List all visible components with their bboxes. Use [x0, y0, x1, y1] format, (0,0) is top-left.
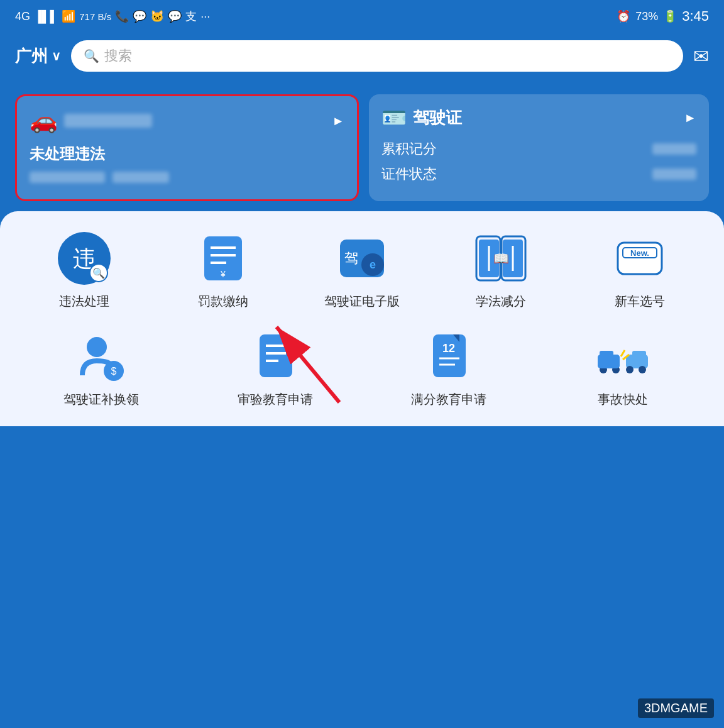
status-left: 4G ▐▌▌ 📶 717 B/s 📞 💬 🐱 💬 支 ···: [15, 9, 210, 24]
score-label: 累积记分: [381, 140, 437, 158]
accident-icon: [595, 328, 651, 385]
license-renew-label-text: 驾驶证补换领: [63, 391, 139, 407]
vehicle-plate-blurred: [64, 114, 152, 128]
svg-text:e: e: [370, 258, 376, 271]
violation-label: 未处理违法: [30, 144, 344, 164]
alarm-icon: ⏰: [617, 9, 630, 23]
svg-rect-32: [433, 334, 466, 377]
license-e-item[interactable]: 驾 e 驾驶证电子版: [295, 230, 428, 309]
search-bar[interactable]: 🔍 搜索: [71, 40, 683, 72]
svg-text:驾: 驾: [344, 250, 358, 266]
blurred-field-1: [30, 172, 105, 183]
license-arrow-icon: ►: [684, 111, 696, 125]
license-renew-icon: $: [73, 328, 129, 385]
blurred-field-2: [112, 172, 169, 183]
wechat-icon: 💬: [133, 9, 146, 23]
search-placeholder: 搜索: [104, 47, 132, 65]
license-card-header: 🪪 驾驶证 ►: [381, 106, 696, 130]
svg-text:¥: ¥: [220, 269, 226, 279]
license-e-label-text: 驾驶证电子版: [324, 293, 400, 309]
face-icon: 🐱: [150, 9, 164, 23]
new-plate-icon: New.: [612, 230, 668, 287]
watermark: 3DMGAME: [638, 698, 714, 718]
chevron-down-icon: ∨: [52, 48, 61, 63]
license-renew-item[interactable]: $ 驾驶证补换领: [18, 328, 185, 407]
full-score-edu-item[interactable]: 12 满分教育申请: [365, 328, 533, 407]
vehicle-icon-area: 🚗: [30, 108, 152, 134]
battery-icon: 🔋: [663, 9, 677, 23]
accident-item[interactable]: 事故快处: [539, 328, 707, 407]
svg-rect-28: [260, 334, 292, 377]
id-card-icon: 🪪: [381, 106, 407, 130]
exam-edu-label-text: 审验教育申请: [238, 391, 313, 407]
svg-text:New.: New.: [630, 248, 649, 258]
vehicle-info-blurred: [30, 172, 344, 183]
svg-text:📖: 📖: [493, 251, 509, 266]
license-title: 驾驶证: [413, 107, 462, 129]
new-plate-label-text: 新车选号: [615, 293, 665, 309]
vehicle-arrow-icon: ►: [332, 114, 344, 128]
info-cards-row: 🚗 ► 未处理违法 🪪 驾驶证 ► 累积记分 证件状态: [0, 84, 724, 211]
exam-edu-item[interactable]: 审验教育申请: [192, 328, 359, 407]
signal-bars: ▐▌▌: [34, 10, 58, 23]
fine-label-text: 罚款缴纳: [198, 293, 248, 309]
speed-text: 717 B/s: [79, 11, 111, 22]
status-label: 证件状态: [381, 165, 437, 184]
new-plate-item[interactable]: New. 新车选号: [574, 230, 706, 309]
wifi-icon: 📶: [62, 9, 75, 23]
svg-text:🔍: 🔍: [92, 267, 105, 279]
fine-icon: ¥: [195, 230, 251, 287]
app-header: 广州 ∨ 🔍 搜索 ✉: [0, 33, 724, 79]
license-e-icon: 驾 e: [334, 230, 390, 287]
status-value-blurred: [652, 168, 696, 180]
status-bar: 4G ▐▌▌ 📶 717 B/s 📞 💬 🐱 💬 支 ··· ⏰ 73% 🔋 3…: [0, 0, 724, 33]
violation-icon: 违 🔍: [56, 230, 112, 287]
study-icon: 📖: [473, 230, 529, 287]
icon-grid-row2: $ 驾驶证补换领 审验教育申请: [18, 328, 706, 407]
svg-point-44: [639, 366, 646, 373]
location-label: 广州: [15, 45, 48, 67]
status-time: 3:45: [682, 8, 709, 25]
full-score-edu-icon: 12: [420, 328, 477, 385]
svg-point-25: [87, 337, 107, 357]
svg-text:$: $: [111, 366, 117, 377]
more-icon: ···: [200, 10, 210, 23]
violation-label-text: 违法处理: [59, 293, 109, 309]
exam-edu-icon: [247, 328, 304, 385]
score-value-blurred: [652, 143, 696, 155]
svg-rect-42: [632, 351, 646, 358]
full-score-edu-label-text: 满分教育申请: [411, 391, 486, 407]
search-icon: 🔍: [84, 48, 99, 63]
score-row: 累积记分: [381, 140, 696, 158]
svg-rect-40: [598, 355, 620, 368]
license-icon-area: 🪪 驾驶证: [381, 106, 462, 130]
icon-grid-row1: 违 🔍 违法处理 ¥ 罚款缴纳: [18, 230, 706, 309]
location-button[interactable]: 广州 ∨: [15, 45, 61, 67]
vehicle-card-header: 🚗 ►: [30, 108, 344, 134]
license-card[interactable]: 🪪 驾驶证 ► 累积记分 证件状态: [369, 94, 709, 201]
svg-text:12: 12: [442, 342, 455, 355]
pay-icon: 支: [185, 9, 197, 24]
svg-line-45: [621, 350, 625, 356]
car-icon: 🚗: [30, 108, 58, 134]
status-row: 证件状态: [381, 165, 696, 184]
status-right: ⏰ 73% 🔋 3:45: [617, 8, 709, 25]
main-content: 违 🔍 违法处理 ¥ 罚款缴纳: [0, 211, 724, 426]
accident-label-text: 事故快处: [598, 391, 648, 407]
study-label-text: 学法减分: [476, 293, 526, 309]
battery-pct: 73%: [635, 10, 658, 23]
mail-icon[interactable]: ✉: [693, 45, 709, 67]
chat-icon: 💬: [168, 9, 182, 23]
call-icon: 📞: [115, 9, 129, 23]
study-item[interactable]: 📖 学法减分: [435, 230, 568, 309]
vehicle-card[interactable]: 🚗 ► 未处理违法: [15, 94, 359, 201]
signal-icon: 4G: [15, 10, 30, 23]
violation-item[interactable]: 违 🔍 违法处理: [18, 230, 150, 309]
fine-item[interactable]: ¥ 罚款缴纳: [156, 230, 289, 309]
svg-point-43: [626, 366, 634, 373]
